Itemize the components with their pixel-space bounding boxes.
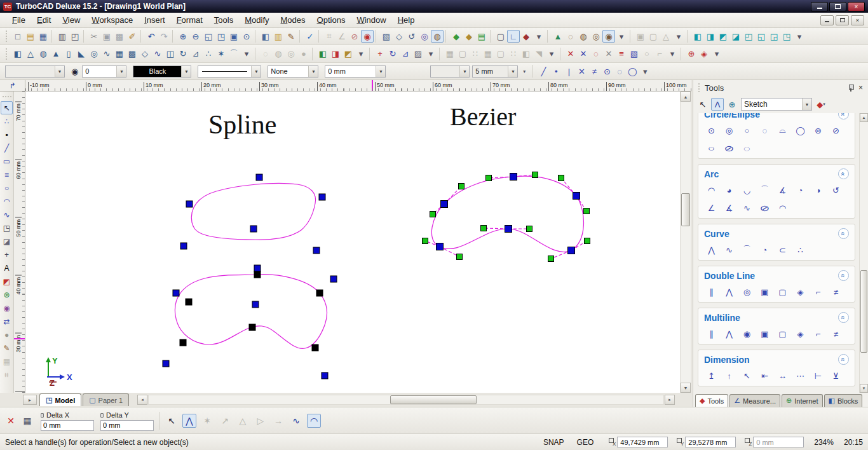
- cloud-icon[interactable]: ⊂: [777, 244, 788, 256]
- scroll-up-icon[interactable]: ▲: [681, 92, 691, 102]
- menu-modify[interactable]: Modify: [239, 13, 275, 27]
- dim-datum-icon[interactable]: ⇤: [759, 370, 770, 381]
- horizontal-scrollbar[interactable]: [148, 395, 664, 405]
- view-bottom-icon[interactable]: ◱: [755, 30, 768, 43]
- new-icon[interactable]: □: [11, 30, 24, 43]
- no-snap-icon[interactable]: ⊘: [348, 30, 361, 43]
- panel-globe-icon[interactable]: ⊕: [726, 98, 738, 111]
- circle-concentric-icon[interactable]: ◎: [724, 125, 735, 136]
- undo-icon[interactable]: ↶: [145, 30, 158, 43]
- menu-window[interactable]: Window: [351, 13, 391, 27]
- overflow-icon[interactable]: ▾: [672, 30, 685, 43]
- solid-tool-icon[interactable]: ◪: [1, 235, 13, 248]
- mdi-close-button[interactable]: ×: [851, 15, 864, 25]
- menu-workspace[interactable]: Workspace: [86, 13, 139, 27]
- fillet-icon[interactable]: ◌: [590, 48, 602, 60]
- circle-tool-icon[interactable]: ○: [1, 181, 13, 194]
- reduce-node-icon[interactable]: →: [271, 414, 285, 428]
- camera-icon[interactable]: ◎: [418, 30, 431, 43]
- shrink-icon[interactable]: ▧: [628, 48, 641, 60]
- dim-horizontal-icon[interactable]: ↔: [777, 370, 788, 381]
- arc-tool-icon[interactable]: ◠: [1, 194, 13, 208]
- format-painter-icon[interactable]: ✐: [126, 30, 139, 43]
- render-cup-icon[interactable]: ◍: [431, 30, 444, 43]
- tab-measure-[interactable]: ∠Measure...: [729, 394, 780, 407]
- zoom-extents-icon[interactable]: ◳: [215, 30, 227, 43]
- palette-category-combo[interactable]: Sketch ▼: [741, 98, 812, 111]
- palette-scroll-thumb[interactable]: [860, 270, 867, 353]
- collapse-icon[interactable]: «: [838, 312, 849, 323]
- arc-fixed-ratio-icon[interactable]: ◠: [777, 202, 788, 214]
- y-coordinate-value[interactable]: 29,5278 mm: [685, 437, 736, 447]
- multi-rotated-rect-icon[interactable]: ◈: [795, 328, 806, 339]
- menu-edit[interactable]: Edit: [31, 13, 57, 27]
- line-width-combo[interactable]: 0 mm ▼: [325, 65, 386, 78]
- select-arrow-icon[interactable]: ↖: [165, 414, 179, 428]
- fence-tool-icon[interactable]: ⌗: [1, 368, 13, 381]
- delta-x-input[interactable]: [41, 420, 94, 431]
- snap-circle-tool-icon[interactable]: ⊛: [1, 288, 13, 301]
- measure-tool-icon[interactable]: ⇄: [1, 315, 13, 328]
- box-3d-icon[interactable]: ◧: [11, 48, 24, 60]
- arc-rotated-icon[interactable]: ↺: [831, 184, 841, 196]
- copy-icon[interactable]: ▣: [100, 30, 113, 43]
- array-rect-icon[interactable]: ▢: [456, 48, 469, 60]
- cube-view-icon[interactable]: ◇: [393, 30, 405, 43]
- sketch-curve-icon[interactable]: ∴: [795, 244, 806, 256]
- array-corner-icon[interactable]: ◥: [532, 48, 545, 60]
- collapse-icon[interactable]: «: [838, 354, 849, 365]
- wedge-3d-icon[interactable]: ◣: [75, 48, 88, 60]
- multi-perpendicular-icon[interactable]: ⌐: [813, 328, 824, 339]
- grid-3d-icon[interactable]: ▦: [113, 48, 126, 60]
- dim-leader-icon[interactable]: ↑: [724, 370, 735, 381]
- ellipse-rotated-icon[interactable]: ⊘: [721, 142, 737, 154]
- selection-combo[interactable]: ▼: [5, 65, 65, 78]
- convert-spline-icon[interactable]: ∿: [289, 414, 303, 428]
- delete-node-icon[interactable]: ▷: [254, 414, 268, 428]
- arc-center-radius-icon[interactable]: ◠: [706, 184, 717, 196]
- point-3d-icon[interactable]: ∴: [202, 48, 215, 60]
- torus-3d-icon[interactable]: ◎: [88, 48, 100, 60]
- multi-rectangle-icon[interactable]: ▢: [777, 328, 788, 339]
- restore-button[interactable]: [829, 2, 846, 11]
- palette-close-icon[interactable]: ×: [858, 83, 863, 92]
- x-coordinate-value[interactable]: 49,7429 mm: [617, 437, 668, 447]
- snap-magnetic-icon[interactable]: ◉: [361, 30, 374, 43]
- move-tool-icon[interactable]: +: [1, 248, 13, 261]
- arc-tan-line-icon[interactable]: ∠: [706, 202, 717, 214]
- palette-scrollbar[interactable]: ▲ ▼: [859, 113, 868, 393]
- text-tool-icon[interactable]: A: [1, 261, 13, 275]
- scroll-right-icon[interactable]: ▸: [665, 395, 675, 405]
- snap-star-icon[interactable]: ✶: [200, 414, 214, 428]
- axis-icon[interactable]: +: [374, 48, 386, 60]
- coil-3d-icon[interactable]: ∿: [100, 48, 113, 60]
- close-button[interactable]: ×: [848, 2, 865, 11]
- rotate-3d-icon[interactable]: ↻: [386, 48, 399, 60]
- snap-intersection-icon[interactable]: ✕: [575, 65, 588, 78]
- group-icon[interactable]: ▣: [634, 30, 647, 43]
- collapse-icon[interactable]: «: [838, 228, 849, 239]
- menu-help[interactable]: Help: [392, 13, 421, 27]
- array-linear-icon[interactable]: ▦: [444, 48, 456, 60]
- z-coordinate-value[interactable]: 0 mm: [753, 437, 804, 447]
- zoom-level[interactable]: 234%: [814, 438, 834, 447]
- double-polygon-icon[interactable]: ▣: [759, 286, 770, 297]
- circle-double-point-icon[interactable]: ○: [742, 125, 752, 136]
- geo-indicator[interactable]: GEO: [577, 438, 594, 447]
- scroll-down-icon[interactable]: ▼: [860, 384, 868, 393]
- menu-insert[interactable]: Insert: [139, 13, 171, 27]
- vertical-ruler[interactable]: 70 mm60 mm50 mm40 mm30 mm20 mm: [14, 92, 25, 393]
- circle-tan-line-icon[interactable]: ⌓: [777, 125, 788, 136]
- overflow-icon[interactable]: ▾: [639, 65, 651, 78]
- tab-scroll-grip[interactable]: ▸: [23, 395, 37, 405]
- boolean-subtract-icon[interactable]: ◨: [329, 48, 342, 60]
- rectangle-tool-icon[interactable]: ▭: [1, 154, 13, 168]
- snap-angle-icon[interactable]: ∠: [336, 30, 348, 43]
- spline-control-points-icon[interactable]: ⋀: [706, 244, 717, 256]
- move-node-icon[interactable]: ↗: [218, 414, 232, 428]
- tab-paper-1[interactable]: ▢Paper 1: [83, 393, 129, 406]
- polyline-3d-icon[interactable]: ◇: [139, 48, 151, 60]
- boolean-add-icon[interactable]: ◧: [316, 48, 329, 60]
- double-circle-icon[interactable]: ◎: [742, 286, 752, 297]
- array-mirror-icon[interactable]: ▢: [494, 48, 507, 60]
